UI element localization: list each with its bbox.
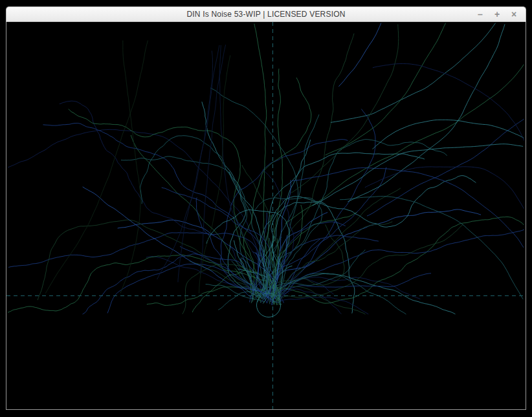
din-cursor-circle[interactable] — [256, 293, 281, 317]
maximize-button[interactable]: + — [492, 9, 502, 19]
app-window: DIN Is Noise 53-WIP | LICENSED VERSION –… — [6, 6, 526, 410]
desktop-background: DIN Is Noise 53-WIP | LICENSED VERSION –… — [0, 0, 532, 417]
din-synth-surface[interactable] — [6, 22, 526, 410]
close-button[interactable]: × — [509, 9, 519, 19]
window-controls: – + × — [475, 7, 519, 21]
window-title: DIN Is Noise 53-WIP | LICENSED VERSION — [186, 10, 345, 19]
minimize-button[interactable]: – — [475, 9, 485, 19]
titlebar[interactable]: DIN Is Noise 53-WIP | LICENSED VERSION –… — [6, 6, 526, 22]
crosshair-vertical-line — [272, 22, 273, 409]
noise-tendrils-canvas[interactable] — [6, 22, 526, 409]
